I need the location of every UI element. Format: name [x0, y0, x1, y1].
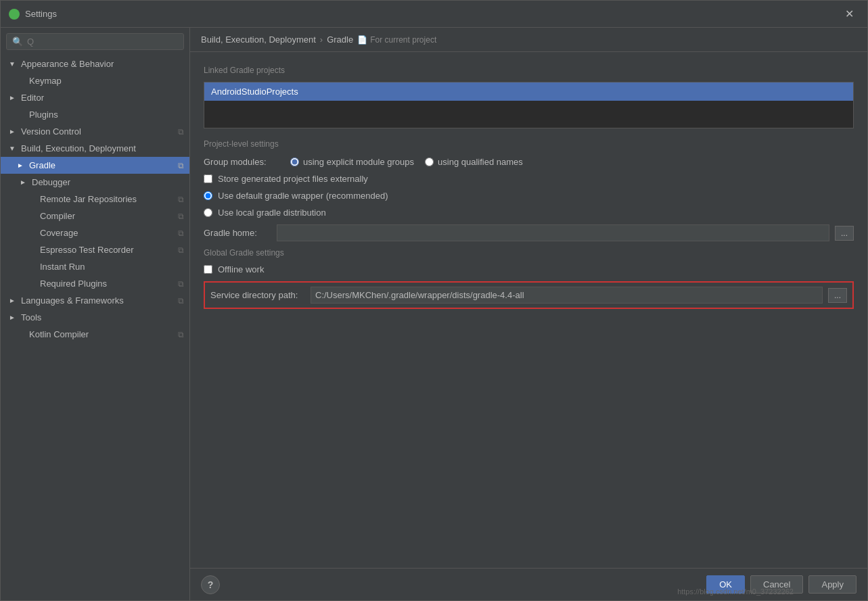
search-box[interactable]: 🔍 [6, 33, 184, 50]
radio-explicit-label: using explicit module groups [303, 157, 414, 167]
bottom-left: ? [201, 575, 220, 594]
sidebar-item-label: Gradle [29, 160, 55, 170]
app-icon [9, 9, 20, 20]
sidebar-item-label: Languages & Frameworks [21, 295, 124, 306]
copy-icon: ⧉ [178, 212, 184, 221]
breadcrumb-path1: Build, Execution, Deployment [201, 34, 316, 45]
use-local-dist-row: Use local gradle distribution [204, 208, 854, 218]
help-button[interactable]: ? [201, 575, 220, 594]
service-dir-browse-button[interactable]: ... [828, 288, 847, 303]
copy-icon: ⧉ [178, 279, 184, 289]
sidebar-item-remote-jar[interactable]: Remote Jar Repositories ⧉ [1, 191, 189, 208]
sidebar-item-required-plugins[interactable]: Required Plugins ⧉ [1, 275, 189, 292]
sidebar-item-label: Plugins [29, 110, 58, 120]
copy-icon: ⧉ [178, 229, 184, 238]
sidebar-item-build-execution[interactable]: ▼ Build, Execution, Deployment [1, 140, 189, 157]
copy-icon: ⧉ [178, 296, 184, 306]
sidebar-item-label: Keymap [29, 76, 62, 86]
radio-qualified-input[interactable] [425, 158, 434, 166]
sidebar-item-instant-run[interactable]: Instant Run [1, 258, 189, 275]
sidebar-item-gradle[interactable]: ► Gradle ⧉ [1, 157, 189, 174]
use-local-dist-label: Use local gradle distribution [218, 208, 326, 218]
offline-work-label: Offline work [218, 264, 264, 274]
gradle-home-input[interactable] [277, 224, 829, 241]
sidebar-item-version-control[interactable]: ► Version Control ⧉ [1, 123, 189, 140]
store-generated-row[interactable]: Store generated project files externally [204, 174, 854, 184]
use-local-dist-radio[interactable] [204, 208, 212, 217]
sidebar-item-tools[interactable]: ► Tools [1, 309, 189, 326]
close-button[interactable]: ✕ [840, 5, 859, 23]
sidebar-item-appearance[interactable]: ▼ Appearance & Behavior [1, 55, 189, 72]
copy-icon: ⧉ [178, 245, 184, 255]
radio-qualified[interactable]: using qualified names [425, 157, 523, 167]
sidebar-item-keymap[interactable]: Keymap [1, 72, 189, 89]
copy-icon: ⧉ [178, 161, 184, 170]
use-default-wrapper-label: Use default gradle wrapper (recommended) [218, 191, 388, 201]
breadcrumb-separator: › [320, 34, 323, 45]
copy-icon: ⧉ [178, 195, 184, 204]
arrow-icon: ► [9, 314, 17, 321]
sidebar-item-label: Build, Execution, Deployment [21, 143, 136, 153]
store-generated-checkbox[interactable] [204, 174, 212, 183]
copy-icon: ⧉ [178, 330, 184, 339]
gradle-home-row: Gradle home: ... [204, 224, 854, 241]
sidebar-item-label: Kotlin Compiler [29, 329, 89, 339]
sidebar-item-label: Tools [21, 312, 41, 322]
gradle-home-label: Gradle home: [204, 228, 271, 238]
sidebar-item-kotlin-compiler[interactable]: Kotlin Compiler ⧉ [1, 326, 189, 343]
ok-button[interactable]: OK [706, 575, 745, 594]
sidebar-item-label: Version Control [21, 126, 81, 137]
sidebar-item-coverage[interactable]: Coverage ⧉ [1, 224, 189, 241]
sidebar-item-plugins[interactable]: Plugins [1, 106, 189, 123]
service-dir-input[interactable] [311, 287, 823, 304]
group-modules-radio-group: using explicit module groups using quali… [290, 157, 523, 167]
group-modules-row: Group modules: using explicit module gro… [204, 157, 854, 167]
sidebar-item-label: Espresso Test Recorder [40, 245, 134, 255]
content-area: 🔍 ▼ Appearance & Behavior Keymap ► Edito… [1, 28, 867, 600]
bottom-bar: ? OK Cancel Apply [190, 568, 867, 600]
store-generated-label: Store generated project files externally [218, 174, 368, 184]
radio-explicit[interactable]: using explicit module groups [290, 157, 414, 167]
for-project-badge: 📄 For current project [357, 35, 436, 45]
settings-window: Settings ✕ 🔍 ▼ Appearance & Behavior Key… [0, 0, 868, 601]
window-title: Settings [25, 9, 840, 19]
breadcrumb: Build, Execution, Deployment › Gradle 📄 … [190, 28, 867, 52]
sidebar-item-compiler[interactable]: Compiler ⧉ [1, 208, 189, 224]
use-default-wrapper-row: Use default gradle wrapper (recommended) [204, 191, 854, 201]
sidebar-item-languages[interactable]: ► Languages & Frameworks ⧉ [1, 292, 189, 309]
project-icon: 📄 [357, 35, 367, 45]
sidebar-item-label: Instant Run [40, 262, 85, 272]
radio-explicit-input[interactable] [290, 158, 299, 166]
sidebar-item-label: Remote Jar Repositories [40, 194, 137, 204]
project-level-title: Project-level settings [204, 139, 854, 149]
gradle-home-browse-button[interactable]: ... [835, 226, 854, 241]
search-input[interactable] [27, 37, 178, 47]
arrow-icon: ► [9, 128, 17, 135]
arrow-icon: ► [20, 178, 28, 186]
main-content: Build, Execution, Deployment › Gradle 📄 … [190, 28, 867, 600]
breadcrumb-path2: Gradle [327, 34, 353, 45]
linked-projects-title: Linked Gradle projects [204, 66, 854, 75]
offline-work-row[interactable]: Offline work [204, 264, 854, 274]
global-gradle-title: Global Gradle settings [204, 248, 854, 258]
service-dir-row: Service directory path: ... [204, 281, 854, 309]
use-default-wrapper-radio[interactable] [204, 191, 212, 200]
sidebar: 🔍 ▼ Appearance & Behavior Keymap ► Edito… [1, 28, 190, 600]
arrow-icon: ► [9, 297, 17, 304]
sidebar-item-label: Required Plugins [40, 279, 107, 289]
apply-button[interactable]: Apply [808, 575, 856, 594]
radio-qualified-label: using qualified names [438, 157, 523, 167]
arrow-icon: ► [17, 162, 25, 169]
sidebar-item-label: Appearance & Behavior [21, 59, 114, 69]
offline-work-checkbox[interactable] [204, 265, 212, 274]
sidebar-item-espresso[interactable]: Espresso Test Recorder ⧉ [1, 241, 189, 258]
linked-project-item[interactable]: AndroidStudioProjects [204, 82, 853, 101]
sidebar-item-editor[interactable]: ► Editor [1, 89, 189, 106]
sidebar-item-label: Compiler [40, 211, 75, 221]
sidebar-item-debugger[interactable]: ► Debugger [1, 174, 189, 191]
arrow-icon: ▼ [9, 60, 17, 68]
service-dir-label: Service directory path: [210, 290, 305, 300]
copy-icon: ⧉ [178, 127, 184, 137]
title-bar: Settings ✕ [1, 1, 867, 28]
cancel-button[interactable]: Cancel [750, 575, 803, 594]
